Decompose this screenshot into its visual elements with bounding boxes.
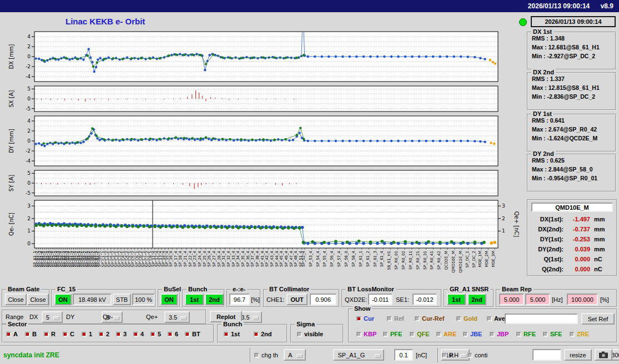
checkbox-indicator <box>436 332 441 337</box>
beam-gate-close-2-button[interactable]: Close <box>27 294 49 305</box>
show-zre-checkbox[interactable]: ZRE <box>570 331 589 337</box>
beam-rep-value-1: 5.000 <box>499 294 524 305</box>
bunch-2nd-button[interactable]: 2nd <box>205 294 224 305</box>
row-label: DY(1st): <box>529 236 563 242</box>
show-sfe-checkbox[interactable]: SFE <box>543 331 562 337</box>
checkbox-label: conti <box>475 352 487 358</box>
show-ref-checkbox[interactable]: Ref <box>387 315 404 322</box>
show-are-checkbox[interactable]: ARE <box>436 331 456 337</box>
fc15-on-button[interactable]: ON <box>54 294 72 305</box>
range-qem-select[interactable]: 3.5 <box>164 311 190 323</box>
extra-input[interactable] <box>532 349 561 361</box>
che1-value: 0.906 <box>310 294 336 305</box>
svg-text:SP_46_4: SP_46_4 <box>284 250 289 267</box>
show-pfe-checkbox[interactable]: PFE <box>383 331 402 337</box>
show-cur-checkbox[interactable]: Cur <box>356 315 374 322</box>
checkbox-indicator <box>297 332 302 337</box>
threshold-input[interactable]: 0.1 <box>394 349 413 361</box>
stats-rms: RMS : 0.641 <box>532 117 615 124</box>
checkbox-label: RFE <box>524 331 536 337</box>
sector-checkbox-bt[interactable]: BT <box>185 331 200 337</box>
status-bar: syncdata init ZRE chg th A SP_A1_G 1st 0… <box>0 345 619 364</box>
svg-text:SP_61_1: SP_61_1 <box>359 251 363 267</box>
set-ref-button[interactable]: Set Ref <box>581 313 615 325</box>
range-dx-select[interactable]: 5 <box>42 311 63 323</box>
svg-text:SP_16_4: SP_16_4 <box>169 250 173 267</box>
sector-checkbox-4[interactable]: 4 <box>133 331 144 337</box>
stats-dy-1st: DY 1st RMS : 0.641 Max : 2.674@SP_R0_42 … <box>527 114 616 152</box>
checkbox-indicator <box>490 332 495 337</box>
monitor-row: DX(1st):-1.497mm <box>529 214 615 224</box>
chg-th-checkbox[interactable]: chg th <box>254 352 278 358</box>
sector-checkbox-b[interactable]: B <box>25 331 37 337</box>
show-jbe-checkbox[interactable]: JBE <box>463 331 482 337</box>
sector-checkbox-c[interactable]: C <box>63 331 74 337</box>
svg-text:SP_28_4: SP_28_4 <box>217 250 222 267</box>
svg-text:MDE_3M: MDE_3M <box>491 251 496 267</box>
checkbox-indicator <box>116 332 121 337</box>
beam-rep-value-2: 5.000 <box>525 294 550 305</box>
sector-checkbox-a[interactable]: A <box>6 331 18 337</box>
frame-label: BT LossMonitor <box>346 286 396 292</box>
sector-checkbox-6[interactable]: 6 <box>168 331 178 337</box>
sector-checkbox-r[interactable]: R <box>44 331 56 337</box>
svg-text:SP_41_4: SP_41_4 <box>260 250 265 267</box>
sector-checkbox-1[interactable]: 1 <box>82 331 92 337</box>
svg-text:S8_61_H1: S8_61_H1 <box>387 251 391 270</box>
svg-text:1: 1 <box>27 228 31 234</box>
svg-text:SP_55_4: SP_55_4 <box>323 250 327 267</box>
sector-checkbox-3[interactable]: 3 <box>116 331 127 337</box>
checkbox-indicator <box>543 332 548 337</box>
sigma-visible-checkbox[interactable]: visible <box>297 331 323 337</box>
svg-text:SP_R0_01: SP_R0_01 <box>394 251 399 270</box>
resize-button[interactable]: resize <box>564 349 592 361</box>
mode-select[interactable]: A <box>284 349 306 361</box>
svg-text:SP_44_4: SP_44_4 <box>275 250 279 267</box>
monitor-select[interactable]: SP_A1_G <box>333 349 384 361</box>
bunch-1st-button[interactable]: 1st <box>185 294 204 305</box>
ref-name-input[interactable] <box>505 314 578 324</box>
stats-dy-2nd: DY 2nd RMS : 0.625 Max : 2.844@SP_58_0 M… <box>527 154 616 192</box>
show-kbp-checkbox[interactable]: KBP <box>356 331 376 337</box>
frame-label: Show <box>353 305 372 312</box>
svg-text:SP_27_4: SP_27_4 <box>212 250 217 267</box>
svg-text:SP_22_4: SP_22_4 <box>188 250 193 267</box>
svg-text:0: 0 <box>27 138 31 144</box>
svg-text:DX [mm]: DX [mm] <box>8 44 14 69</box>
gr-snsr-1st-button[interactable]: 1st <box>447 294 466 305</box>
checkbox-label: R <box>51 331 56 337</box>
bunch-view-1st-checkbox[interactable]: 1st <box>224 331 240 337</box>
bunch-view-2nd-checkbox[interactable]: 2nd <box>254 331 272 337</box>
che1-out-button[interactable]: OUT <box>286 294 308 305</box>
row-label: Q(1st): <box>529 256 563 262</box>
show-jbp-checkbox[interactable]: JBP <box>490 331 509 337</box>
screenshot-button[interactable] <box>595 349 612 361</box>
fc15-stb-button[interactable]: STB <box>113 294 131 305</box>
show-gold-checkbox[interactable]: Gold <box>456 315 477 322</box>
svg-text:1: 1 <box>502 228 505 234</box>
svg-text:-5: -5 <box>26 106 31 112</box>
range-label: Range <box>6 314 23 320</box>
beam-gate-frame: Beam Gate Close Close <box>2 289 50 307</box>
busel-frame: BuSel ON <box>158 289 180 307</box>
show-qfe-checkbox[interactable]: QFE <box>410 331 430 337</box>
beam-gate-close-1-button[interactable]: Close <box>5 294 27 305</box>
sector-checkbox-5[interactable]: 5 <box>150 331 161 337</box>
svg-text:2: 2 <box>27 216 31 221</box>
busel-on-button[interactable]: ON <box>160 294 178 305</box>
monitor-name[interactable]: QMD10E_M <box>531 203 613 212</box>
svg-text:SP_48_4: SP_48_4 <box>294 250 298 267</box>
gr-snsr-2nd-button[interactable]: 2nd <box>467 294 486 305</box>
beam-status-indicator <box>519 18 527 26</box>
sector-checkbox-2[interactable]: 2 <box>99 331 109 337</box>
checkbox-label: P.H <box>449 352 459 358</box>
show-cur-ref-checkbox[interactable]: Cur-Ref <box>415 315 444 322</box>
svg-text:SP_R0_42: SP_R0_42 <box>437 251 441 270</box>
svg-text:4: 4 <box>27 34 31 39</box>
fc15-percent-readout: 100 % <box>132 294 155 305</box>
conti-checkbox[interactable]: conti <box>467 352 487 358</box>
qxd2e-label: QXD2E: <box>345 296 367 303</box>
ph-checkbox[interactable]: P.H <box>442 352 459 358</box>
show-rfe-checkbox[interactable]: RFE <box>516 331 536 337</box>
svg-text:-4: -4 <box>26 74 31 79</box>
